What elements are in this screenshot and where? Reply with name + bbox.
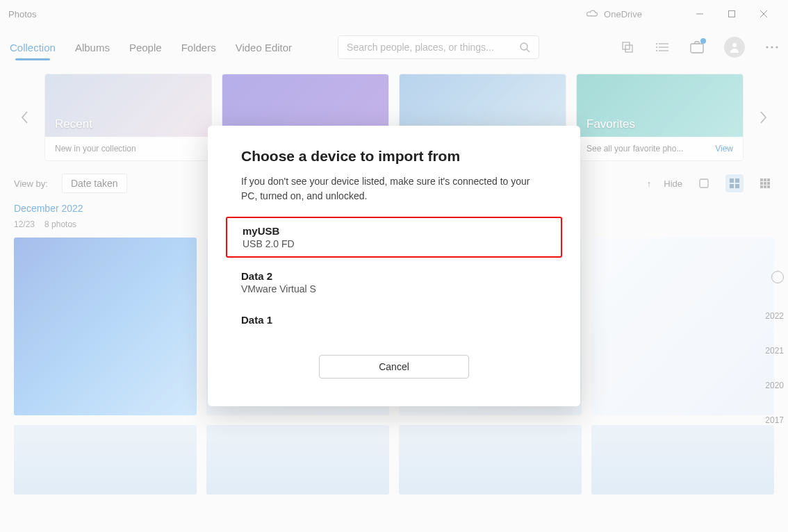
device-desc: VMware Virtual S [241,283,547,294]
dialog-body: If you don't see your device listed, mak… [241,174,547,203]
device-myusb[interactable]: myUSB USB 2.0 FD [226,217,562,258]
modal-overlay: Choose a device to import from If you do… [0,0,788,532]
device-name: Data 1 [241,314,547,326]
device-data2[interactable]: Data 2 VMware Virtual S [226,263,562,301]
dialog-title: Choose a device to import from [241,148,547,165]
device-name: myUSB [243,225,545,237]
device-desc: USB 2.0 FD [243,238,545,249]
device-name: Data 2 [241,270,547,282]
import-dialog: Choose a device to import from If you do… [208,126,580,406]
cancel-button[interactable]: Cancel [319,355,469,379]
device-data1[interactable]: Data 1 [226,307,562,334]
